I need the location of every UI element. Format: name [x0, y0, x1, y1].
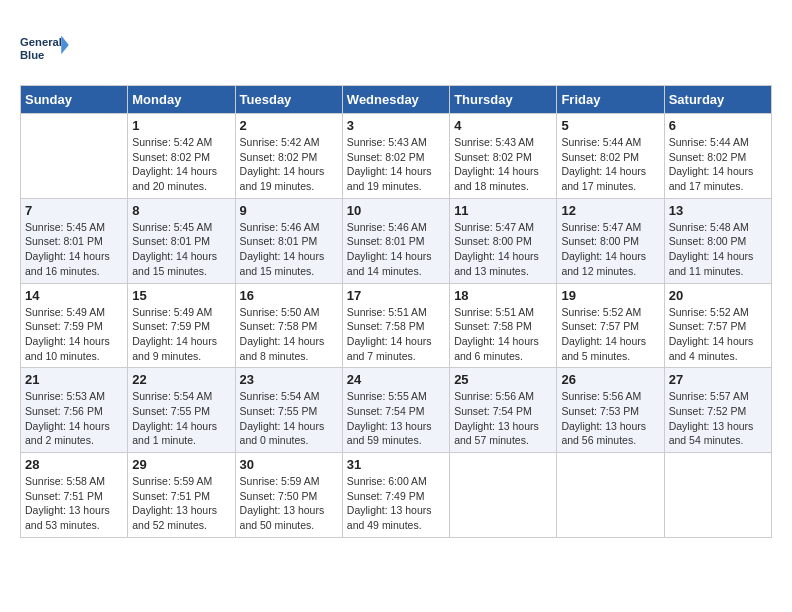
day-number: 6 [669, 118, 767, 133]
day-number: 25 [454, 372, 552, 387]
calendar-cell: 7Sunrise: 5:45 AM Sunset: 8:01 PM Daylig… [21, 198, 128, 283]
day-number: 9 [240, 203, 338, 218]
calendar-cell: 25Sunrise: 5:56 AM Sunset: 7:54 PM Dayli… [450, 368, 557, 453]
calendar-cell: 20Sunrise: 5:52 AM Sunset: 7:57 PM Dayli… [664, 283, 771, 368]
calendar-cell: 22Sunrise: 5:54 AM Sunset: 7:55 PM Dayli… [128, 368, 235, 453]
calendar-week-1: 1Sunrise: 5:42 AM Sunset: 8:02 PM Daylig… [21, 114, 772, 199]
calendar-cell: 17Sunrise: 5:51 AM Sunset: 7:58 PM Dayli… [342, 283, 449, 368]
calendar-cell: 2Sunrise: 5:42 AM Sunset: 8:02 PM Daylig… [235, 114, 342, 199]
cell-content: Sunrise: 5:51 AM Sunset: 7:58 PM Dayligh… [347, 305, 445, 364]
calendar-cell [664, 453, 771, 538]
day-number: 10 [347, 203, 445, 218]
cell-content: Sunrise: 5:42 AM Sunset: 8:02 PM Dayligh… [132, 135, 230, 194]
day-number: 1 [132, 118, 230, 133]
column-header-wednesday: Wednesday [342, 86, 449, 114]
cell-content: Sunrise: 5:52 AM Sunset: 7:57 PM Dayligh… [561, 305, 659, 364]
day-number: 16 [240, 288, 338, 303]
column-header-thursday: Thursday [450, 86, 557, 114]
cell-content: Sunrise: 5:45 AM Sunset: 8:01 PM Dayligh… [132, 220, 230, 279]
calendar-cell: 27Sunrise: 5:57 AM Sunset: 7:52 PM Dayli… [664, 368, 771, 453]
calendar-cell: 14Sunrise: 5:49 AM Sunset: 7:59 PM Dayli… [21, 283, 128, 368]
calendar-cell [450, 453, 557, 538]
calendar-cell: 13Sunrise: 5:48 AM Sunset: 8:00 PM Dayli… [664, 198, 771, 283]
cell-content: Sunrise: 5:44 AM Sunset: 8:02 PM Dayligh… [561, 135, 659, 194]
logo: General Blue [20, 20, 140, 75]
calendar-cell: 26Sunrise: 5:56 AM Sunset: 7:53 PM Dayli… [557, 368, 664, 453]
cell-content: Sunrise: 5:59 AM Sunset: 7:50 PM Dayligh… [240, 474, 338, 533]
day-number: 12 [561, 203, 659, 218]
calendar-cell: 6Sunrise: 5:44 AM Sunset: 8:02 PM Daylig… [664, 114, 771, 199]
day-number: 30 [240, 457, 338, 472]
cell-content: Sunrise: 6:00 AM Sunset: 7:49 PM Dayligh… [347, 474, 445, 533]
cell-content: Sunrise: 5:47 AM Sunset: 8:00 PM Dayligh… [561, 220, 659, 279]
cell-content: Sunrise: 5:54 AM Sunset: 7:55 PM Dayligh… [240, 389, 338, 448]
day-number: 31 [347, 457, 445, 472]
day-number: 27 [669, 372, 767, 387]
calendar-cell: 15Sunrise: 5:49 AM Sunset: 7:59 PM Dayli… [128, 283, 235, 368]
day-number: 26 [561, 372, 659, 387]
calendar-cell: 4Sunrise: 5:43 AM Sunset: 8:02 PM Daylig… [450, 114, 557, 199]
day-number: 24 [347, 372, 445, 387]
column-header-tuesday: Tuesday [235, 86, 342, 114]
cell-content: Sunrise: 5:49 AM Sunset: 7:59 PM Dayligh… [132, 305, 230, 364]
calendar-cell: 12Sunrise: 5:47 AM Sunset: 8:00 PM Dayli… [557, 198, 664, 283]
cell-content: Sunrise: 5:43 AM Sunset: 8:02 PM Dayligh… [454, 135, 552, 194]
day-number: 8 [132, 203, 230, 218]
day-number: 17 [347, 288, 445, 303]
day-number: 2 [240, 118, 338, 133]
day-number: 7 [25, 203, 123, 218]
cell-content: Sunrise: 5:44 AM Sunset: 8:02 PM Dayligh… [669, 135, 767, 194]
calendar-week-3: 14Sunrise: 5:49 AM Sunset: 7:59 PM Dayli… [21, 283, 772, 368]
calendar-cell: 30Sunrise: 5:59 AM Sunset: 7:50 PM Dayli… [235, 453, 342, 538]
calendar-cell [557, 453, 664, 538]
cell-content: Sunrise: 5:56 AM Sunset: 7:53 PM Dayligh… [561, 389, 659, 448]
day-number: 11 [454, 203, 552, 218]
cell-content: Sunrise: 5:51 AM Sunset: 7:58 PM Dayligh… [454, 305, 552, 364]
calendar-cell: 11Sunrise: 5:47 AM Sunset: 8:00 PM Dayli… [450, 198, 557, 283]
calendar-week-4: 21Sunrise: 5:53 AM Sunset: 7:56 PM Dayli… [21, 368, 772, 453]
cell-content: Sunrise: 5:57 AM Sunset: 7:52 PM Dayligh… [669, 389, 767, 448]
svg-marker-2 [61, 35, 69, 54]
svg-text:General: General [20, 36, 62, 48]
calendar-header-row: SundayMondayTuesdayWednesdayThursdayFrid… [21, 86, 772, 114]
cell-content: Sunrise: 5:47 AM Sunset: 8:00 PM Dayligh… [454, 220, 552, 279]
calendar-cell: 29Sunrise: 5:59 AM Sunset: 7:51 PM Dayli… [128, 453, 235, 538]
logo-svg: General Blue [20, 23, 70, 73]
day-number: 19 [561, 288, 659, 303]
column-header-monday: Monday [128, 86, 235, 114]
cell-content: Sunrise: 5:46 AM Sunset: 8:01 PM Dayligh… [347, 220, 445, 279]
cell-content: Sunrise: 5:50 AM Sunset: 7:58 PM Dayligh… [240, 305, 338, 364]
calendar-cell: 24Sunrise: 5:55 AM Sunset: 7:54 PM Dayli… [342, 368, 449, 453]
day-number: 21 [25, 372, 123, 387]
cell-content: Sunrise: 5:52 AM Sunset: 7:57 PM Dayligh… [669, 305, 767, 364]
cell-content: Sunrise: 5:55 AM Sunset: 7:54 PM Dayligh… [347, 389, 445, 448]
day-number: 23 [240, 372, 338, 387]
cell-content: Sunrise: 5:46 AM Sunset: 8:01 PM Dayligh… [240, 220, 338, 279]
day-number: 28 [25, 457, 123, 472]
calendar-cell: 1Sunrise: 5:42 AM Sunset: 8:02 PM Daylig… [128, 114, 235, 199]
column-header-saturday: Saturday [664, 86, 771, 114]
cell-content: Sunrise: 5:53 AM Sunset: 7:56 PM Dayligh… [25, 389, 123, 448]
calendar-cell: 16Sunrise: 5:50 AM Sunset: 7:58 PM Dayli… [235, 283, 342, 368]
header: General Blue [20, 20, 772, 75]
day-number: 20 [669, 288, 767, 303]
day-number: 22 [132, 372, 230, 387]
day-number: 3 [347, 118, 445, 133]
column-header-sunday: Sunday [21, 86, 128, 114]
day-number: 15 [132, 288, 230, 303]
calendar-week-5: 28Sunrise: 5:58 AM Sunset: 7:51 PM Dayli… [21, 453, 772, 538]
calendar-cell: 9Sunrise: 5:46 AM Sunset: 8:01 PM Daylig… [235, 198, 342, 283]
cell-content: Sunrise: 5:54 AM Sunset: 7:55 PM Dayligh… [132, 389, 230, 448]
cell-content: Sunrise: 5:56 AM Sunset: 7:54 PM Dayligh… [454, 389, 552, 448]
column-header-friday: Friday [557, 86, 664, 114]
svg-text:Blue: Blue [20, 48, 44, 60]
day-number: 13 [669, 203, 767, 218]
day-number: 29 [132, 457, 230, 472]
day-number: 18 [454, 288, 552, 303]
calendar-cell: 8Sunrise: 5:45 AM Sunset: 8:01 PM Daylig… [128, 198, 235, 283]
calendar-cell: 21Sunrise: 5:53 AM Sunset: 7:56 PM Dayli… [21, 368, 128, 453]
calendar-cell: 23Sunrise: 5:54 AM Sunset: 7:55 PM Dayli… [235, 368, 342, 453]
cell-content: Sunrise: 5:48 AM Sunset: 8:00 PM Dayligh… [669, 220, 767, 279]
calendar-cell: 18Sunrise: 5:51 AM Sunset: 7:58 PM Dayli… [450, 283, 557, 368]
cell-content: Sunrise: 5:45 AM Sunset: 8:01 PM Dayligh… [25, 220, 123, 279]
